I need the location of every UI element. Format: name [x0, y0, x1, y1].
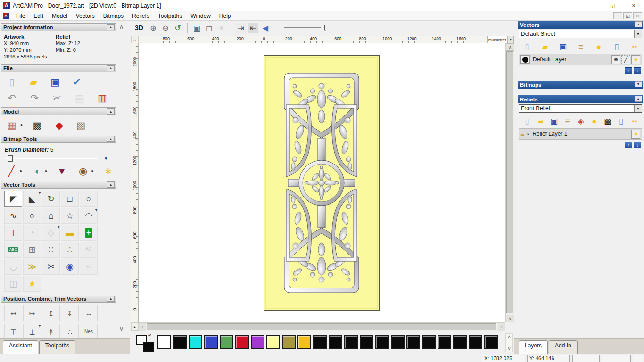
- create-text-icon[interactable]: T: [4, 225, 22, 241]
- create-circle-icon[interactable]: ○: [80, 191, 98, 207]
- fillet-icon[interactable]: ◡: [4, 259, 22, 275]
- relief-layer-visibility-icon[interactable]: ●: [631, 130, 640, 139]
- fit-curve-icon[interactable]: ∼: [80, 259, 98, 275]
- toolbar-slider[interactable]: [284, 24, 329, 32]
- menu-model[interactable]: Model: [48, 12, 72, 20]
- panel-scroll-up-icon[interactable]: ∧: [119, 23, 124, 31]
- collapse-button[interactable]: ▲: [635, 96, 642, 102]
- new-model-icon[interactable]: ▯: [5, 75, 19, 88]
- redo-icon[interactable]: ↷: [27, 91, 41, 104]
- relief-visibility-icon[interactable]: ●: [589, 115, 600, 127]
- align-bottom-edge-icon[interactable]: ⊥┳: [23, 324, 41, 338]
- flood-fill-icon[interactable]: ◖: [30, 165, 43, 177]
- nesting-icon[interactable]: Nes: [80, 324, 98, 338]
- node-editing-icon[interactable]: ◣┳: [23, 191, 41, 207]
- model-properties-icon[interactable]: ✔: [70, 75, 84, 88]
- transform-vectors-icon[interactable]: ↻: [42, 191, 60, 207]
- scroll-right-arrow[interactable]: ›: [498, 323, 505, 331]
- paint-brush-icon[interactable]: ╱: [5, 165, 18, 177]
- collapse-button[interactable]: ▲: [107, 24, 115, 30]
- colour-swatch-6[interactable]: [251, 335, 264, 349]
- dropdown-arrow-icon[interactable]: ▼: [634, 30, 642, 38]
- expander-icon[interactable]: ▸: [528, 132, 530, 136]
- toggle-visibility-icon[interactable]: ●: [593, 41, 604, 52]
- zoom-fit-icon[interactable]: ◻: [204, 23, 215, 33]
- block-copy-icon[interactable]: ∷: [42, 242, 60, 258]
- colour-swatch-4[interactable]: [220, 335, 233, 349]
- open-relief-layer-icon[interactable]: ▰: [535, 115, 546, 127]
- menu-reliefs[interactable]: Reliefs: [128, 12, 154, 20]
- colour-swatch-20[interactable]: [469, 335, 482, 349]
- join-vectors-icon[interactable]: ≫: [23, 259, 41, 275]
- brush-diameter-slider[interactable]: ◆: [5, 155, 111, 162]
- menu-bitmaps[interactable]: Bitmaps: [99, 12, 128, 20]
- tab-add-in[interactable]: Add In: [549, 340, 578, 354]
- colour-swatch-0[interactable]: [157, 335, 171, 349]
- flyout-arrow-icon[interactable]: ▸: [92, 168, 94, 173]
- colour-swatch-5[interactable]: [235, 335, 249, 349]
- create-polyline-icon[interactable]: ∿: [4, 208, 22, 224]
- align-top-edge-icon[interactable]: ⊤: [4, 324, 22, 338]
- mdi-minimize-button[interactable]: –: [613, 12, 622, 19]
- measure-icon[interactable]: ▬: [61, 225, 79, 241]
- relief-layer-row[interactable]: ≡+ ▸ Relief Layer 1 ●: [519, 128, 642, 140]
- paste-along-curve-icon[interactable]: ∴: [61, 242, 79, 258]
- tab-assistant[interactable]: Assistant: [3, 340, 38, 354]
- collapse-button[interactable]: ▲: [107, 108, 115, 115]
- colour-swatch-21[interactable]: [484, 335, 498, 349]
- collapse-button[interactable]: ▲: [107, 181, 115, 188]
- create-boundary-icon[interactable]: +: [80, 225, 98, 241]
- units-dropdown-button[interactable]: ▼: [507, 36, 514, 43]
- layer-visibility-icon[interactable]: ●: [631, 55, 640, 64]
- zoom-object-icon[interactable]: ●: [216, 23, 227, 33]
- colour-swatch-8[interactable]: [282, 335, 296, 349]
- copy-relief-to-bitmap-icon[interactable]: ⇤: [248, 23, 258, 33]
- lighting-icon[interactable]: ◆: [52, 119, 66, 131]
- colour-swatch-17[interactable]: [422, 335, 436, 349]
- offset-vector-icon[interactable]: ◇┳: [42, 225, 60, 241]
- trim-vectors-icon[interactable]: ✂: [42, 259, 60, 275]
- scroll-origin-button[interactable]: ▸: [131, 322, 139, 331]
- colour-picker-icon[interactable]: ▼: [55, 165, 69, 177]
- align-centre-icon[interactable]: ↔: [80, 305, 98, 321]
- spin-profile-icon[interactable]: ◉: [61, 259, 79, 275]
- all-layers-visible-icon[interactable]: ●●: [629, 41, 640, 52]
- move-relief-down-button[interactable]: ↓: [634, 142, 641, 148]
- move-layer-down-button[interactable]: ↓: [634, 67, 641, 74]
- zoom-out-icon[interactable]: ⊖: [160, 23, 171, 33]
- scroll-up-arrow[interactable]: ∧: [506, 43, 514, 51]
- vertical-scroll-thumb[interactable]: [506, 51, 513, 313]
- dropdown-arrow-icon[interactable]: ▼: [634, 105, 642, 112]
- relief-greyscale-icon[interactable]: ▩: [602, 115, 613, 127]
- menu-edit[interactable]: Edit: [29, 12, 48, 20]
- colour-swatch-12[interactable]: [344, 335, 358, 349]
- layer-colour-button[interactable]: [520, 55, 530, 64]
- select-vectors-icon[interactable]: ◤: [4, 191, 22, 207]
- paste-array-icon[interactable]: ∴: [61, 324, 79, 338]
- colour-swatch-15[interactable]: [391, 335, 405, 349]
- align-top-icon[interactable]: ↥: [42, 305, 60, 321]
- zoom-in-icon[interactable]: ⊕: [148, 23, 158, 33]
- text-block-icon[interactable]: ABC: [4, 242, 22, 258]
- palette-scroll-up-icon[interactable]: ∧: [507, 334, 511, 340]
- secondary-colour-swatch[interactable]: [143, 342, 154, 352]
- scroll-down-arrow[interactable]: ∨: [506, 315, 514, 322]
- copy-icon[interactable]: ▤: [73, 91, 87, 104]
- flyout-arrow-icon[interactable]: ▸: [21, 123, 23, 127]
- slider-handle[interactable]: [8, 155, 13, 162]
- horizontal-scrollbar[interactable]: ‹ ›: [139, 322, 505, 331]
- colour-swatch-7[interactable]: [266, 335, 280, 349]
- minimize-button[interactable]: –: [582, 0, 603, 11]
- merge-relief-layers-icon[interactable]: ≡: [562, 115, 573, 127]
- switch-to-3d-button[interactable]: 3D: [135, 24, 143, 32]
- horizontal-scroll-thumb[interactable]: [147, 323, 496, 330]
- align-right-icon[interactable]: ↦: [23, 305, 41, 321]
- mirror-vectors-icon[interactable]: ◫: [4, 276, 22, 292]
- create-arc-icon[interactable]: ◠┳: [80, 208, 98, 224]
- new-vector-layer-icon[interactable]: ▯: [521, 41, 533, 52]
- create-polygon-icon[interactable]: ⌂: [42, 208, 60, 224]
- colour-swatch-2[interactable]: [189, 335, 202, 349]
- collapse-button[interactable]: ▲: [107, 65, 115, 71]
- mdi-restore-button[interactable]: ◱: [623, 12, 632, 19]
- menu-file[interactable]: File: [12, 12, 29, 20]
